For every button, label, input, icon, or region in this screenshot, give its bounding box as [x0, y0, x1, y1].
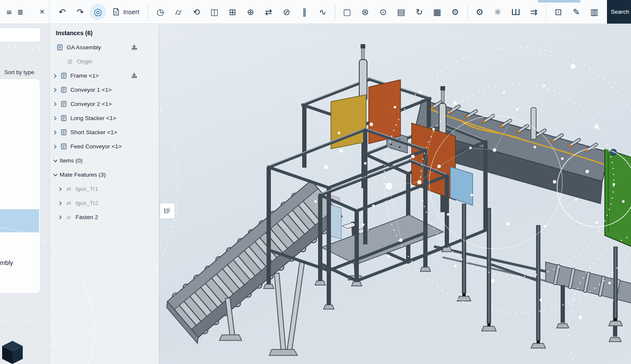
spur-gear-icon[interactable]: ☼ [489, 3, 507, 21]
mate-features-list: ⇄ Igus_Tr1 ⇄ Igus_Tr2 ⌭ Fasten 2 [50, 182, 159, 224]
linear-pattern-icon[interactable]: ▤ [393, 3, 410, 21]
ball-mate-icon[interactable]: ⊕ [242, 3, 259, 21]
instance-list-toggle-button[interactable] [160, 203, 175, 219]
origin-label: Origin [77, 58, 92, 65]
chevron-down-icon[interactable] [52, 157, 59, 164]
part-studio-icon [60, 129, 67, 136]
circular-pattern-icon[interactable]: ↻ [411, 3, 428, 21]
bom-icon[interactable]: ▥ [586, 3, 603, 21]
chevron-right-icon[interactable] [57, 186, 64, 193]
revolute-mate-icon[interactable]: ⟲ [188, 3, 205, 21]
assembly-3d-model[interactable] [159, 24, 631, 364]
rack-feature-icon[interactable]: Ш [507, 3, 525, 21]
tree-list-icon [163, 207, 172, 215]
fixed-anchor-icon [130, 44, 138, 51]
chevron-right-icon[interactable] [52, 115, 59, 122]
top-toolbar: ≡≣ × ↶ ↷ ◎ Insert ◷⌭⟲◫⊞⊕⇄⊘∥∿▢⊛⊙▤↻▦⚙⚙☼Ш⇉⊡… [0, 0, 631, 24]
chevron-right-icon[interactable] [57, 214, 64, 221]
chevron-down-icon[interactable] [52, 171, 59, 178]
items-section-label: Items (0) [60, 157, 82, 164]
assembly-root-row[interactable]: GA Assembly [50, 40, 159, 54]
cylindrical-mate-icon[interactable]: ◫ [206, 3, 223, 21]
display-states-icon[interactable]: ▦ [429, 3, 446, 21]
instance-row[interactable]: Long Stacker <1> [50, 111, 159, 125]
selected-list-item[interactable] [0, 209, 39, 232]
parallel-mate-icon[interactable]: ∥ [296, 3, 313, 21]
chevron-right-icon[interactable] [52, 87, 59, 93]
instance-row[interactable]: Feed Conveyor <1> [50, 139, 159, 153]
mate-feature-row[interactable]: ⌭ Fasten 2 [50, 210, 159, 224]
configurations-icon[interactable]: ⚙ [447, 3, 464, 21]
origin-icon [66, 58, 74, 66]
search-box[interactable]: Search [607, 0, 631, 24]
part-studio-icon [60, 143, 67, 150]
assembly-icon [56, 44, 64, 51]
toolbar-separator [148, 5, 149, 19]
outline-view-icon[interactable]: ≣ [15, 3, 26, 21]
tangent-mate-icon[interactable]: ∿ [314, 3, 331, 21]
document-list: mbly [0, 78, 40, 294]
toolbar-separator [335, 5, 335, 19]
chain-feature-icon[interactable]: ⇉ [525, 3, 543, 21]
slider-mate-icon[interactable]: ⇄ [260, 3, 277, 21]
pin-slot-mate-icon[interactable]: ⊘ [278, 3, 295, 21]
instances-title: Instances (6) [50, 24, 159, 40]
gear-feature-icon[interactable]: ⚙ [471, 3, 488, 21]
viewport-3d[interactable] [159, 24, 631, 364]
instance-label: Conveyor 1 <1> [70, 87, 112, 93]
fastened-mate-icon: ⌭ [65, 214, 73, 221]
insert-label: Insert [123, 8, 140, 15]
chevron-right-icon[interactable] [52, 143, 59, 150]
search-label: Search [611, 9, 629, 15]
mate-features-section-label: Mate Features (3) [60, 171, 106, 178]
list-item-label[interactable]: mbly [0, 259, 13, 266]
panel-toolbar-tools: ≡≣ [3, 3, 26, 21]
instance-label: Long Stacker <1> [70, 115, 116, 121]
mate-icon[interactable]: ⌭ [170, 3, 187, 21]
instance-label: Frame <1> [70, 72, 99, 79]
mate-feature-row[interactable]: ⇄ Igus_Tr2 [50, 196, 159, 210]
close-panel-icon[interactable]: × [39, 7, 45, 17]
filter-input[interactable] [0, 27, 41, 42]
create-drawing-icon[interactable]: ⊡ [550, 3, 567, 21]
part-studio-icon [60, 86, 67, 94]
instance-row[interactable]: Short Stacker <1> [50, 125, 159, 139]
slider-mate-icon: ⇄ [65, 186, 73, 192]
update-revision-icon[interactable]: ◎ [90, 4, 106, 20]
instance-label: Feed Conveyor <1> [70, 143, 121, 150]
insert-button[interactable]: Insert [107, 3, 145, 21]
assembly-root-label: GA Assembly [67, 44, 101, 51]
history-icon[interactable]: ◷ [152, 3, 169, 21]
chevron-right-icon[interactable] [52, 101, 59, 108]
part-studio-icon [60, 72, 67, 80]
assembly-toolbar-tools: ◷⌭⟲◫⊞⊕⇄⊘∥∿▢⊛⊙▤↻▦⚙⚙☼Ш⇉⊡✎▥ [146, 3, 603, 21]
part-studio-icon [60, 114, 67, 122]
chevron-right-icon[interactable] [57, 200, 64, 207]
mate-label: Igus_Tr1 [76, 186, 98, 192]
chevron-right-icon[interactable] [52, 129, 59, 136]
instances-parts: Frame <1> Conveyor 1 <1> Conveyor 2 <1> [50, 69, 159, 153]
replicate-icon[interactable]: ⊛ [357, 3, 374, 21]
brand-cube-logo [0, 340, 25, 364]
mate-features-section-row[interactable]: Mate Features (3) [50, 168, 159, 182]
list-view-icon[interactable]: ≡ [3, 3, 15, 21]
redo-icon[interactable]: ↷ [72, 3, 89, 21]
group-icon[interactable]: ▢ [339, 3, 356, 21]
mate-feature-row[interactable]: ⇄ Igus_Tr1 [50, 182, 159, 196]
origin-row[interactable]: Origin [50, 54, 159, 69]
instance-label: Conveyor 2 <1> [70, 101, 112, 107]
chevron-right-icon[interactable] [52, 72, 59, 79]
edit-document-icon[interactable]: ✎ [568, 3, 585, 21]
standard-content-icon[interactable]: ⊙ [375, 3, 392, 21]
instance-row[interactable]: Conveyor 1 <1> [50, 83, 159, 97]
mate-label: Fasten 2 [76, 214, 98, 220]
mate-label: Igus_Tr2 [76, 200, 98, 206]
toolbar-separator [467, 5, 468, 19]
undo-icon[interactable]: ↶ [54, 3, 71, 21]
part-studio-icon [60, 100, 67, 108]
slider-mate-icon: ⇄ [65, 200, 73, 206]
instance-row[interactable]: Frame <1> [50, 69, 159, 83]
instance-row[interactable]: Conveyor 2 <1> [50, 97, 159, 111]
items-section-row[interactable]: Items (0) [50, 153, 159, 168]
planar-mate-icon[interactable]: ⊞ [224, 3, 241, 21]
